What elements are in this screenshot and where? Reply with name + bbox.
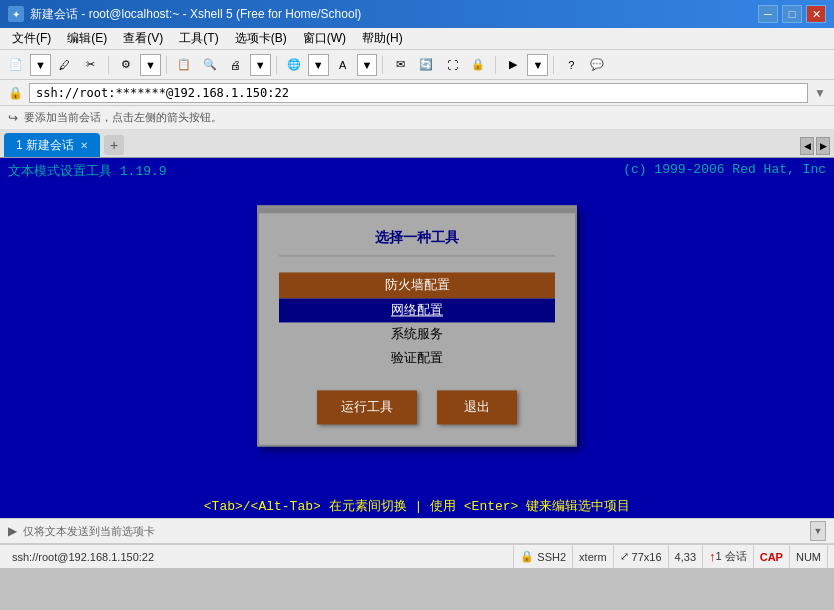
- status-ssh: 🔒 SSH2: [514, 545, 573, 568]
- compose-msg-btn[interactable]: 💬: [585, 54, 609, 76]
- sftp-button[interactable]: 🔄: [414, 54, 438, 76]
- macro-dropdown[interactable]: ▼: [527, 54, 548, 76]
- maximize-button[interactable]: □: [782, 5, 802, 23]
- toolbar-sep-2: [166, 56, 167, 74]
- tab-prev-button[interactable]: ◀: [800, 137, 814, 155]
- status-cap: CAP: [754, 545, 790, 568]
- status-cursor: 4,33: [669, 545, 703, 568]
- find-button[interactable]: 🔍: [198, 54, 222, 76]
- menu-services[interactable]: 系统服务: [279, 322, 555, 346]
- arrow-icon: ↪: [8, 111, 18, 125]
- new-session-button[interactable]: 📄: [4, 54, 28, 76]
- globe-button[interactable]: 🌐: [282, 54, 306, 76]
- help-btn[interactable]: ?: [559, 54, 583, 76]
- status-num: NUM: [790, 545, 828, 568]
- compose-button[interactable]: ✉: [388, 54, 412, 76]
- tab-close-icon[interactable]: ✕: [80, 140, 88, 151]
- terminal-header: 文本模式设置工具 1.19.9 (c) 1999-2006 Red Hat, I…: [0, 158, 834, 184]
- ssh-text: SSH2: [537, 551, 566, 563]
- menu-firewall[interactable]: 防火墙配置: [279, 272, 555, 298]
- term-header-left: 文本模式设置工具 1.19.9: [8, 162, 167, 180]
- info-text: 要添加当前会话，点击左侧的箭头按钮。: [24, 110, 222, 125]
- toolbar-sep-6: [553, 56, 554, 74]
- print-button[interactable]: 🖨: [224, 54, 248, 76]
- menu-window[interactable]: 窗口(W): [295, 28, 354, 49]
- lock-status-icon: 🔒: [520, 550, 534, 563]
- toolbar-sep-4: [382, 56, 383, 74]
- run-tool-button[interactable]: 运行工具: [317, 390, 417, 424]
- window-title: 新建会话 - root@localhost:~ - Xshell 5 (Free…: [30, 6, 361, 23]
- menu-view[interactable]: 查看(V): [115, 28, 171, 49]
- path-text: ssh://root@192.168.1.150:22: [12, 551, 154, 563]
- menu-network[interactable]: 网络配置: [279, 298, 555, 322]
- lock-icon: 🔒: [8, 86, 23, 100]
- title-bar: ✦ 新建会话 - root@localhost:~ - Xshell 5 (Fr…: [0, 0, 834, 28]
- address-bar: 🔒 ▼: [0, 80, 834, 106]
- menu-tools[interactable]: 工具(T): [171, 28, 226, 49]
- terminal-footer: <Tab>/<Alt-Tab> 在元素间切换 | 使用 <Enter> 键来编辑…: [0, 494, 834, 518]
- bottom-input-label: 仅将文本发送到当前选项卡: [23, 524, 155, 539]
- dialog-title: 选择一种工具: [279, 229, 555, 256]
- scroll-button[interactable]: ▼: [810, 521, 826, 541]
- font-dropdown[interactable]: ▼: [357, 54, 378, 76]
- status-term: xterm: [573, 545, 614, 568]
- copy-button[interactable]: 📋: [172, 54, 196, 76]
- settings-button[interactable]: ⚙: [114, 54, 138, 76]
- window-controls: ─ □ ✕: [758, 5, 826, 23]
- tool-dialog: 选择一种工具 防火墙配置 网络配置 系统服务 验证配置 运行工具 退出: [257, 205, 577, 446]
- num-text: NUM: [796, 551, 821, 563]
- toolbar-sep-5: [495, 56, 496, 74]
- tab-navigation: ◀ ▶: [800, 137, 830, 155]
- print-dropdown[interactable]: ▼: [250, 54, 271, 76]
- sessions-text: 1 会话: [716, 549, 747, 564]
- menu-file[interactable]: 文件(F): [4, 28, 59, 49]
- send-icon: ▶: [8, 524, 17, 538]
- tab-add-button[interactable]: +: [104, 135, 124, 155]
- menu-bar: 文件(F) 编辑(E) 查看(V) 工具(T) 选项卡(B) 窗口(W) 帮助(…: [0, 28, 834, 50]
- tab-bar: 1 新建会话 ✕ + ◀ ▶: [0, 130, 834, 158]
- tab-active[interactable]: 1 新建会话 ✕: [4, 133, 100, 157]
- toolbar: 📄 ▼ 🖊 ✂ ⚙ ▼ 📋 🔍 🖨 ▼ 🌐 ▼ A ▼ ✉ 🔄 ⛶ 🔒 ▶ ▼ …: [0, 50, 834, 80]
- tab-next-button[interactable]: ▶: [816, 137, 830, 155]
- app-icon: ✦: [8, 6, 24, 22]
- cursor-text: 4,33: [675, 551, 696, 563]
- lock-button[interactable]: 🔒: [466, 54, 490, 76]
- connect-button[interactable]: 🖊: [53, 54, 77, 76]
- terminal[interactable]: 文本模式设置工具 1.19.9 (c) 1999-2006 Red Hat, I…: [0, 158, 834, 518]
- bottom-input-area: ▶ 仅将文本发送到当前选项卡 ▼: [0, 518, 834, 544]
- settings-dropdown[interactable]: ▼: [140, 54, 161, 76]
- size-text: 77x16: [632, 551, 662, 563]
- term-header-right: (c) 1999-2006 Red Hat, Inc: [623, 162, 826, 180]
- toolbar-sep-1: [108, 56, 109, 74]
- title-left: ✦ 新建会话 - root@localhost:~ - Xshell 5 (Fr…: [8, 6, 361, 23]
- macro-button[interactable]: ▶: [501, 54, 525, 76]
- status-size: ⤢ 77x16: [614, 545, 669, 568]
- resize-icon: ⤢: [620, 550, 629, 563]
- term-footer-text: <Tab>/<Alt-Tab> 在元素间切换 | 使用 <Enter> 键来编辑…: [204, 497, 630, 515]
- menu-edit[interactable]: 编辑(E): [59, 28, 115, 49]
- minimize-button[interactable]: ─: [758, 5, 778, 23]
- menu-auth[interactable]: 验证配置: [279, 346, 555, 370]
- status-sessions: ↑ 1 会话: [703, 545, 754, 568]
- info-bar: ↪ 要添加当前会话，点击左侧的箭头按钮。: [0, 106, 834, 130]
- tab-label: 1 新建会话: [16, 137, 74, 154]
- dialog-body: 选择一种工具 防火墙配置 网络配置 系统服务 验证配置 运行工具 退出: [259, 213, 575, 444]
- status-bar: ssh://root@192.168.1.150:22 🔒 SSH2 xterm…: [0, 544, 834, 568]
- menu-tabs[interactable]: 选项卡(B): [227, 28, 295, 49]
- disconnect-button[interactable]: ✂: [79, 54, 103, 76]
- toolbar-sep-3: [276, 56, 277, 74]
- address-arrow-icon[interactable]: ▼: [814, 86, 826, 100]
- dialog-buttons: 运行工具 退出: [279, 390, 555, 424]
- session-dropdown[interactable]: ▼: [30, 54, 51, 76]
- exit-button[interactable]: 退出: [437, 390, 517, 424]
- address-input[interactable]: [29, 83, 808, 103]
- menu-help[interactable]: 帮助(H): [354, 28, 411, 49]
- close-button[interactable]: ✕: [806, 5, 826, 23]
- globe-dropdown[interactable]: ▼: [308, 54, 329, 76]
- expand-button[interactable]: ⛶: [440, 54, 464, 76]
- term-text: xterm: [579, 551, 607, 563]
- cap-text: CAP: [760, 551, 783, 563]
- status-path: ssh://root@192.168.1.150:22: [6, 545, 514, 568]
- font-button[interactable]: A: [331, 54, 355, 76]
